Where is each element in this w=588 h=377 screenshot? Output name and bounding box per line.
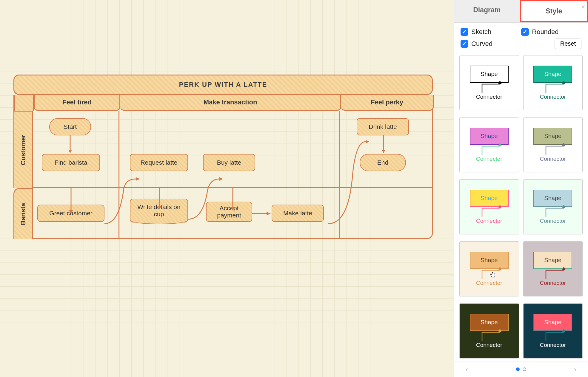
- swatch-connector-preview: [540, 81, 568, 95]
- lane-label-barista: Barista: [13, 188, 33, 239]
- swatch-shape-preview: Shape: [533, 190, 572, 207]
- column-header-make-transaction: Make transaction: [120, 95, 341, 111]
- swimlane-diagram: PERK UP WITH A LATTE Feel tired Make tra…: [13, 75, 433, 239]
- svg-marker-3: [382, 150, 385, 153]
- lane-cell[interactable]: Greet customer: [33, 188, 119, 239]
- panel-tabs: Diagram Style ×: [454, 0, 588, 23]
- swatch-connector-preview: [540, 143, 568, 157]
- pager-dot[interactable]: [516, 367, 520, 371]
- checkbox-rounded[interactable]: Rounded: [521, 28, 558, 36]
- swatch-connector-preview: [476, 205, 504, 220]
- format-panel: Diagram Style × Sketch Rounded Curved Re…: [454, 0, 588, 377]
- swatch-shape-preview: Shape: [533, 66, 572, 83]
- svg-marker-20: [498, 329, 502, 332]
- swatch-pager: ‹ ›: [454, 361, 588, 377]
- svg-marker-12: [498, 81, 502, 84]
- swatch-connector-preview: [476, 143, 504, 157]
- swatch-shape-preview: Shape: [533, 128, 572, 145]
- checkbox-label: Rounded: [532, 28, 558, 36]
- tab-style[interactable]: Style: [520, 0, 588, 22]
- svg-marker-18: [498, 267, 502, 270]
- style-swatch-grid: ShapeConnectorShapeConnectorShapeConnect…: [454, 52, 588, 361]
- node-greet-customer[interactable]: Greet customer: [37, 205, 104, 222]
- swatch-shape-preview: Shape: [533, 252, 572, 269]
- swatch-shape-preview: Shape: [470, 252, 509, 269]
- style-swatch[interactable]: ShapeConnector: [459, 179, 519, 234]
- node-find-barista[interactable]: Find barista: [42, 154, 100, 171]
- style-swatch[interactable]: ShapeConnector: [459, 55, 519, 110]
- svg-marker-16: [498, 205, 502, 208]
- style-swatch[interactable]: ShapeConnector: [523, 303, 583, 359]
- style-swatch[interactable]: ShapeConnector: [523, 55, 583, 110]
- swatch-shape-preview: Shape: [470, 66, 509, 83]
- svg-marker-17: [562, 205, 566, 208]
- diagram-canvas[interactable]: PERK UP WITH A LATTE Feel tired Make tra…: [0, 0, 454, 377]
- svg-marker-5: [267, 212, 271, 215]
- chevron-left-icon[interactable]: ‹: [465, 364, 468, 374]
- style-swatch[interactable]: ShapeConnector: [459, 241, 519, 296]
- swatch-connector-preview: [540, 205, 568, 220]
- column-header-feel-perky: Feel perky: [341, 95, 434, 111]
- diagram-title: PERK UP WITH A LATTE: [13, 75, 433, 95]
- swatch-shape-preview: Shape: [470, 190, 509, 207]
- style-swatch[interactable]: ShapeConnector: [459, 303, 519, 359]
- node-write-details[interactable]: Write details on cup: [130, 199, 188, 223]
- chevron-right-icon[interactable]: ›: [574, 364, 577, 374]
- node-accept-payment[interactable]: Accept payment: [206, 202, 252, 222]
- swatch-shape-preview: Shape: [470, 314, 509, 331]
- lane-cell[interactable]: Write details on cup Accept payment Make…: [119, 188, 340, 239]
- swatch-shape-preview: Shape: [470, 128, 509, 145]
- close-icon[interactable]: ×: [581, 3, 585, 11]
- checkbox-sketch[interactable]: Sketch: [461, 28, 491, 36]
- svg-marker-21: [562, 329, 566, 332]
- node-make-latte[interactable]: Make latte: [272, 205, 324, 222]
- swimlane-corner: [14, 95, 34, 111]
- node-start[interactable]: Start: [49, 118, 91, 135]
- checkmark-icon: [521, 28, 529, 36]
- swatch-connector-preview: [540, 329, 568, 344]
- checkbox-curved[interactable]: Curved: [461, 38, 492, 49]
- style-swatch[interactable]: ShapeConnector: [523, 179, 583, 234]
- svg-marker-13: [562, 81, 566, 84]
- checkmark-icon: [461, 28, 468, 36]
- lane-cell[interactable]: [340, 188, 433, 239]
- svg-marker-15: [562, 143, 566, 146]
- checkbox-label: Sketch: [471, 28, 491, 36]
- style-swatch[interactable]: ShapeConnector: [523, 241, 583, 296]
- reset-button[interactable]: Reset: [555, 38, 581, 49]
- svg-marker-14: [498, 143, 502, 146]
- style-swatch[interactable]: ShapeConnector: [523, 117, 583, 172]
- swatch-connector-preview: [540, 267, 568, 282]
- column-header-feel-tired: Feel tired: [34, 95, 120, 111]
- pager-dot[interactable]: [523, 367, 526, 371]
- lane-cell[interactable]: Request latte Buy latte: [119, 111, 340, 188]
- lane-label-customer: Customer: [13, 111, 33, 188]
- lane-cell[interactable]: Drink latte End: [340, 111, 433, 188]
- svg-marker-1: [68, 150, 72, 153]
- checkbox-label: Curved: [471, 40, 492, 48]
- style-swatch[interactable]: ShapeConnector: [459, 117, 519, 172]
- node-end[interactable]: End: [360, 154, 406, 171]
- swatch-connector-preview: [476, 81, 504, 95]
- swatch-connector-preview: [476, 267, 504, 282]
- node-request-latte[interactable]: Request latte: [130, 154, 188, 171]
- lane-cell[interactable]: Start Find barista: [33, 111, 119, 188]
- svg-marker-19: [562, 267, 566, 270]
- node-drink-latte[interactable]: Drink latte: [357, 118, 409, 135]
- swatch-connector-preview: [476, 329, 504, 344]
- checkmark-icon: [461, 40, 468, 48]
- swatch-shape-preview: Shape: [533, 314, 572, 331]
- tab-diagram[interactable]: Diagram: [454, 0, 520, 22]
- node-buy-latte[interactable]: Buy latte: [203, 154, 255, 171]
